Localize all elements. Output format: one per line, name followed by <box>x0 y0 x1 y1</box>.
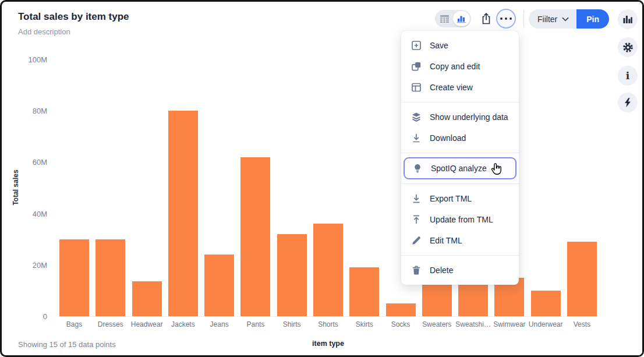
pin-button[interactable]: Pin <box>576 9 609 29</box>
menu-item-copy-and-edit[interactable]: Copy and edit <box>401 56 519 77</box>
bar-bags[interactable] <box>59 59 89 316</box>
bar-dresses[interactable] <box>95 59 125 316</box>
filter-button[interactable]: Fiilter <box>529 9 576 29</box>
right-rail: i <box>615 2 642 355</box>
chart-view-button[interactable] <box>453 11 470 26</box>
create-view-icon <box>411 82 422 93</box>
page-title: Total sales by item type <box>18 11 129 23</box>
more-options-button[interactable] <box>496 9 516 29</box>
menu-item-edit-tml[interactable]: Edit TML <box>401 230 519 251</box>
spotiq-insights-button[interactable] <box>618 93 638 112</box>
menu-label: Delete <box>430 266 453 275</box>
menu-item-download[interactable]: Download <box>401 128 519 149</box>
y-axis-title: Total sales <box>12 158 20 217</box>
x-tick-label: Jeans <box>204 320 234 330</box>
bar-underwear[interactable] <box>531 59 561 316</box>
menu-item-update-from-tml[interactable]: Update from TML <box>401 209 519 230</box>
bar-jeans[interactable] <box>204 59 234 316</box>
x-tick-label: Pants <box>240 320 270 330</box>
menu-label: Edit TML <box>430 236 462 245</box>
chevron-down-icon <box>562 17 569 22</box>
x-axis-title: item type <box>59 340 597 348</box>
bar-chart-icon <box>457 14 467 23</box>
share-button[interactable] <box>477 9 496 28</box>
bar-pants[interactable] <box>240 59 270 316</box>
y-tick-label: 80M <box>22 107 47 115</box>
menu-label: Create view <box>430 83 473 92</box>
menu-item-show-underlying-data[interactable]: Show underlying data <box>401 107 519 128</box>
settings-button[interactable] <box>618 37 638 57</box>
y-tick-label: 100M <box>22 55 47 64</box>
filter-pin-group: Fiilter Pin <box>529 9 609 29</box>
pencil-icon <box>411 235 422 246</box>
trash-icon <box>411 264 422 276</box>
menu-item-delete[interactable]: Delete <box>401 260 519 281</box>
x-tick-label: Skirts <box>349 320 379 330</box>
y-tick-label: 0 <box>22 312 47 321</box>
save-icon <box>411 40 422 51</box>
table-view-button[interactable] <box>436 11 453 26</box>
x-tick-label: Shirts <box>277 320 307 330</box>
x-tick-label: Dresses <box>95 320 125 330</box>
bar-shirts[interactable] <box>277 59 307 316</box>
x-tick-label: Socks <box>386 320 416 330</box>
share-icon <box>480 12 493 26</box>
data-points-count: Showing 15 of 15 data points <box>18 340 116 349</box>
x-tick-label: Shorts <box>313 320 343 330</box>
table-icon <box>440 15 450 23</box>
more-options-menu: Save Copy and edit Creat <box>401 31 519 285</box>
menu-label: Update from TML <box>430 215 493 224</box>
y-tick-label: 40M <box>22 210 47 218</box>
chart-config-button[interactable] <box>618 9 638 29</box>
menu-label: Copy and edit <box>430 62 480 71</box>
ellipsis-icon <box>498 17 513 20</box>
menu-label: Save <box>430 41 448 50</box>
add-description[interactable]: Add description <box>18 27 70 36</box>
x-tick-label: Swimwear <box>494 320 524 330</box>
menu-label: SpotIQ analyze <box>431 164 487 173</box>
bar-shorts[interactable] <box>313 59 343 316</box>
pin-label: Pin <box>586 15 599 24</box>
toolbar-divider <box>523 10 524 27</box>
y-tick-label: 20M <box>22 261 47 270</box>
download-icon <box>411 132 422 144</box>
x-tick-label: Vests <box>567 320 597 330</box>
menu-label: Show underlying data <box>430 112 508 122</box>
download-icon <box>411 193 422 204</box>
x-tick-label: Headwear <box>132 320 162 330</box>
gear-icon <box>622 41 634 54</box>
x-tick-label: Sweaters <box>422 320 452 330</box>
bar-jackets[interactable] <box>168 59 198 316</box>
bar-chart-icon <box>622 15 633 24</box>
layers-icon <box>411 111 422 123</box>
copy-icon <box>411 61 422 72</box>
bar-skirts[interactable] <box>349 59 379 316</box>
hand-pointer-cursor <box>490 162 503 176</box>
bar-vests[interactable] <box>567 59 597 316</box>
lightning-bolt-icon <box>623 97 632 108</box>
view-toggle <box>435 10 471 27</box>
menu-item-create-view[interactable]: Create view <box>401 77 519 98</box>
y-tick-label: 60M <box>22 158 47 167</box>
filter-label: Fiilter <box>537 15 557 24</box>
x-tick-label: Sweatshi… <box>458 320 488 330</box>
menu-item-spotiq-analyze[interactable]: SpotIQ analyze <box>404 157 516 179</box>
info-icon: i <box>626 71 629 81</box>
menu-item-save[interactable]: Save <box>401 35 519 56</box>
menu-label: Export TML <box>430 194 472 203</box>
upload-icon <box>411 214 422 225</box>
x-tick-label: Underwear <box>531 320 561 330</box>
x-axis-labels: BagsDressesHeadwearJacketsJeansPantsShir… <box>59 320 597 330</box>
bar-headwear[interactable] <box>132 59 162 316</box>
menu-label: Download <box>430 133 466 143</box>
lightbulb-icon <box>412 162 423 174</box>
x-tick-label: Jackets <box>168 320 198 330</box>
info-button[interactable]: i <box>618 66 638 86</box>
y-axis-ticks: 020M40M60M80M100M <box>22 59 51 316</box>
x-tick-label: Bags <box>59 320 89 330</box>
answer-window: Total sales by item type Add description <box>0 0 644 357</box>
menu-item-export-tml[interactable]: Export TML <box>401 188 519 209</box>
